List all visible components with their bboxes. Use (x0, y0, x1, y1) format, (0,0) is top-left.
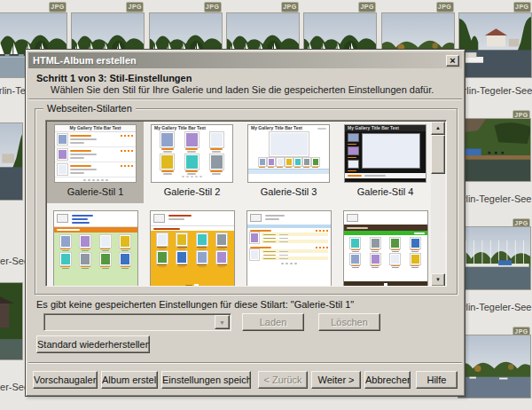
divider (28, 99, 462, 100)
photo-image[interactable] (458, 12, 532, 78)
style-option-label: Galerie-Stil 2 (144, 186, 240, 197)
file-type-badge: JPG (204, 2, 222, 12)
no-settings-text: Es gibt keine gespeicherten Einstellunge… (36, 299, 354, 310)
style-option-galerie-stil-1[interactable]: My Gallery Title Bar TextGalerie-Stil 1 (47, 122, 144, 203)
style-preview-image: My Gallery Title Bar Text (151, 124, 233, 183)
style-preview-image: My Gallery Title Bar Text (344, 124, 426, 183)
file-type-badge: JPG (436, 2, 454, 12)
style-option-label: Galerie-Stil 1 (47, 186, 144, 197)
style-option-galerie-stil-4[interactable]: My Gallery Title Bar TextGalerie-Stil 4 (337, 122, 434, 203)
help-button[interactable]: Hilfe (416, 371, 458, 389)
save-settings-button[interactable]: Einstellungen speichern... (161, 371, 251, 389)
style-option-list-striped[interactable] (240, 203, 337, 287)
photo-image[interactable] (458, 335, 531, 398)
close-button[interactable]: × (446, 55, 459, 67)
style-preview-image (150, 210, 235, 287)
restore-default-button[interactable]: Standard wiederherstellen (36, 335, 150, 353)
scroll-up-icon[interactable]: ▲ (431, 122, 445, 135)
style-preview-image: My Gallery Title Bar Text (54, 124, 137, 183)
scroll-down-icon[interactable]: ▼ (431, 273, 445, 287)
next-button[interactable]: Weiter > (311, 371, 361, 389)
create-album-button[interactable]: Album erstellen (101, 371, 158, 389)
groupbox-label: Webseiten-Stilarten (43, 103, 136, 114)
thumbnail-label: Berlin-Tegeler-See... (0, 382, 25, 392)
saved-settings-select[interactable]: ▼ (43, 313, 231, 331)
divider (28, 362, 462, 364)
style-option-label: Galerie-Stil 3 (240, 186, 337, 197)
style-groupbox: Webseiten-Stilarten My Gallery Title Bar… (35, 108, 458, 295)
file-type-badge: JPG (126, 2, 144, 12)
style-option-grid-green[interactable] (47, 203, 144, 287)
style-preview-image (53, 210, 138, 287)
file-type-badge: JPG (513, 2, 531, 12)
saved-settings-value (46, 316, 214, 328)
photo-image[interactable] (458, 118, 531, 182)
html-album-dialog: HTML-Album erstellen × Schritt 1 von 3: … (25, 49, 466, 397)
style-preview-image (343, 210, 428, 287)
step-description: Wählen Sie den Stil für Ihre Galerie und… (51, 84, 434, 95)
style-option-label: Galerie-Stil 4 (337, 186, 434, 197)
file-type-badge: JPG (49, 2, 66, 12)
style-option-grid-brown[interactable] (337, 203, 434, 287)
load-button[interactable]: Laden (242, 313, 304, 331)
step-title: Schritt 1 von 3: Stil-Einstellungen (36, 73, 192, 83)
preview-gallery-button[interactable]: Vorschaugalerie (33, 371, 98, 389)
cancel-button[interactable]: Abbrechen (364, 371, 411, 389)
close-icon: × (450, 55, 455, 66)
dialog-title: HTML-Album erstellen (33, 55, 446, 66)
file-type-badge: JPG (358, 2, 376, 12)
chevron-down-icon[interactable]: ▼ (215, 315, 230, 329)
file-type-badge: JPG (281, 2, 299, 12)
style-option-galerie-stil-3[interactable]: My Gallery Title Bar TextGalerie-Stil 3 (240, 122, 337, 203)
style-preview-image (246, 210, 332, 287)
style-option-grid-orange[interactable] (144, 203, 240, 287)
style-list[interactable]: My Gallery Title Bar TextGalerie-Stil 1M… (45, 120, 447, 287)
style-option-galerie-stil-2[interactable]: My Gallery Title Bar TextGalerie-Stil 2 (144, 122, 240, 203)
style-preview-image: My Gallery Title Bar Text (247, 124, 330, 183)
photo-image[interactable] (0, 122, 23, 201)
thumbnail-label: Berlin-Tegeler-See... (0, 256, 25, 266)
scrollbar-thumb[interactable] (431, 135, 445, 174)
photo-image[interactable] (458, 226, 531, 290)
photo-image[interactable] (0, 282, 23, 360)
dialog-titlebar[interactable]: HTML-Album erstellen × (28, 52, 462, 68)
back-button[interactable]: < Zurück (258, 371, 308, 389)
delete-button[interactable]: Löschen (318, 313, 380, 331)
style-list-scrollbar[interactable]: ▲ ▼ (431, 122, 445, 287)
